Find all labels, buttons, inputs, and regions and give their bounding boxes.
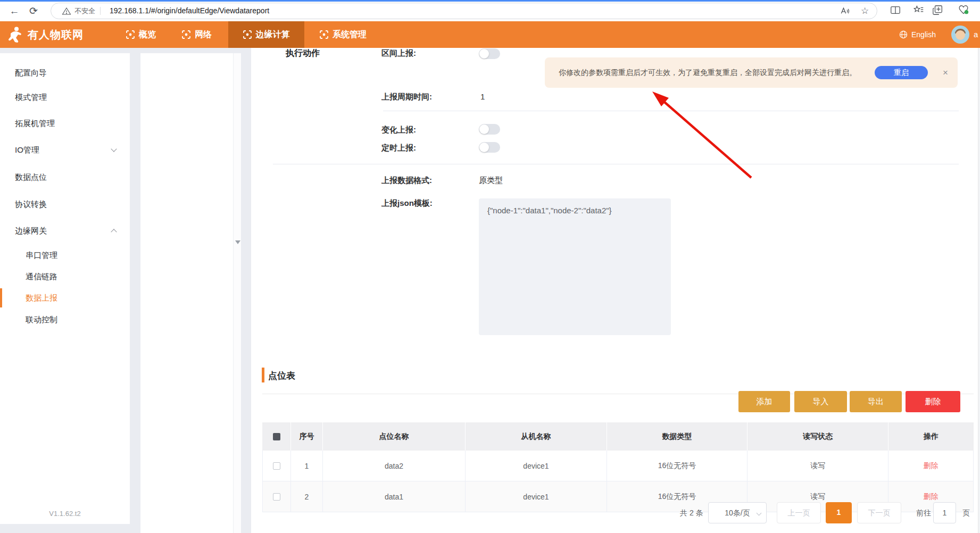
select-all-cell (262, 422, 291, 451)
next-page-button[interactable]: 下一页 (857, 502, 901, 523)
goto-page-input[interactable]: 1 (933, 502, 956, 523)
cell-point-name: data2 (323, 451, 466, 481)
tab-label: 系统管理 (333, 29, 367, 40)
table-row: 1 data2 device1 16位无符号 读写 删除 (262, 451, 974, 481)
globe-icon (899, 30, 908, 39)
address-divider (100, 7, 101, 15)
select-all-checkbox[interactable] (273, 433, 280, 440)
timed-report-toggle[interactable] (479, 142, 500, 153)
avatar-face (956, 30, 965, 40)
browser-toolbar: ← ⟳ 不安全 192.168.1.1/#/origin/defaultEdge… (0, 0, 980, 21)
cell-point-name: data1 (323, 481, 466, 512)
interval-report-label: 区间上报: (381, 48, 416, 59)
tab-overview[interactable]: 概览 (114, 21, 168, 48)
import-button[interactable]: 导入 (794, 391, 847, 412)
page-scrollbar[interactable] (978, 48, 980, 533)
json-template-textarea[interactable]: {"node-1":"data1","node-2":"data2"} (479, 198, 671, 335)
browser-refresh-icon[interactable]: ⟳ (26, 2, 41, 20)
browser-essentials-icon[interactable] (958, 4, 969, 16)
sidebar-item-data-report[interactable]: 数据上报 (26, 293, 57, 303)
brand-logo[interactable]: 有人物联网 (7, 21, 84, 48)
delete-button[interactable]: 删除 (906, 391, 960, 412)
browser-back-icon[interactable]: ← (6, 2, 22, 20)
language-switcher[interactable]: English (899, 21, 936, 48)
restart-notice-message: 你修改的参数项需重启后才可生效，为了避免重复重启，全部设置完成后对网关进行重启。 (559, 68, 857, 78)
change-report-toggle[interactable] (479, 124, 500, 135)
tab-network[interactable]: 网络 (170, 21, 223, 48)
row-delete-link[interactable]: 删除 (924, 461, 939, 471)
row-checkbox[interactable] (273, 462, 280, 470)
change-report-label: 变化上报: (381, 125, 416, 135)
read-aloud-icon[interactable] (840, 6, 850, 16)
cell-action: 删除 (888, 451, 974, 481)
usr-mascot-icon (7, 26, 23, 43)
points-table: 序号 点位名称 从机名称 数据类型 读写状态 操作 1 data2 device… (262, 422, 974, 512)
page-size-select[interactable]: 10条/页 (708, 502, 767, 523)
chevron-down-icon (757, 511, 762, 516)
tab-system-management[interactable]: 系统管理 (309, 21, 378, 48)
interval-report-toggle[interactable] (479, 48, 500, 59)
timed-report-label: 定时上报: (381, 143, 416, 153)
chevron-up-icon[interactable] (111, 229, 117, 235)
prev-page-button[interactable]: 上一页 (777, 502, 821, 523)
sidebar-item-io-management[interactable]: IO管理 (15, 145, 39, 155)
goto-unit-label: 页 (962, 502, 970, 523)
page-size-value: 10条/页 (725, 509, 750, 517)
table-header-row: 序号 点位名称 从机名称 数据类型 读写状态 操作 (262, 422, 974, 451)
close-icon[interactable]: × (943, 68, 948, 77)
col-data-type: 数据类型 (607, 422, 748, 451)
secondary-panel (140, 53, 241, 533)
add-button[interactable]: 添加 (738, 391, 790, 412)
row-delete-link[interactable]: 删除 (924, 492, 939, 502)
current-page-button[interactable]: 1 (826, 502, 852, 523)
goto-label: 前往 (916, 502, 931, 523)
col-point-name: 点位名称 (323, 422, 466, 451)
sidebar-item-linkage-control[interactable]: 联动控制 (26, 314, 57, 325)
row-checkbox[interactable] (273, 493, 280, 501)
sidebar-item-config-wizard[interactable]: 配置向导 (15, 68, 47, 78)
url-text[interactable]: 192.168.1.1/#/origin/defaultEdge/Viewdat… (110, 3, 269, 19)
restart-notice-banner: 你修改的参数项需重启后才可生效，为了避免重复重启，全部设置完成后对网关进行重启。… (545, 57, 958, 88)
user-avatar[interactable] (951, 26, 969, 44)
col-index: 序号 (291, 422, 323, 451)
tab-edge-computing[interactable]: 边缘计算 (228, 21, 304, 48)
bracket-dot-icon (243, 30, 252, 39)
form-divider (273, 164, 959, 164)
bracket-dot-icon (182, 30, 190, 39)
tab-label: 概览 (139, 29, 156, 40)
sidebar: 配置向导 模式管理 拓展机管理 IO管理 数据点位 协议转换 边缘网关 串口管理… (0, 53, 130, 524)
row-select-cell (262, 481, 291, 512)
brand-name: 有人物联网 (28, 28, 84, 42)
scroll-caret-icon[interactable] (235, 240, 240, 244)
sidebar-item-protocol-conversion[interactable]: 协议转换 (15, 199, 47, 210)
restart-button[interactable]: 重启 (875, 66, 928, 79)
chevron-down-icon[interactable] (111, 146, 117, 152)
cell-action: 删除 (888, 481, 974, 512)
sidebar-item-edge-gateway[interactable]: 边缘网关 (15, 226, 47, 236)
sidebar-item-mode-management[interactable]: 模式管理 (15, 92, 47, 103)
split-screen-icon[interactable] (890, 4, 901, 16)
section-title-exec-action: 执行动作 (286, 48, 320, 59)
collections-icon[interactable] (932, 4, 944, 16)
sidebar-item-expansion-management[interactable]: 拓展机管理 (15, 118, 55, 129)
address-bar[interactable]: 不安全 192.168.1.1/#/origin/defaultEdge/Vie… (51, 3, 877, 19)
row-select-cell (262, 451, 291, 481)
form-divider (383, 111, 959, 111)
export-button[interactable]: 导出 (850, 391, 902, 412)
data-format-value: 原类型 (479, 176, 503, 186)
firmware-version: V1.1.62.t2 (0, 510, 130, 518)
sidebar-item-serial-management[interactable]: 串口管理 (26, 250, 57, 261)
favorites-hub-icon[interactable] (913, 4, 925, 16)
sidebar-item-data-points[interactable]: 数据点位 (15, 172, 47, 182)
favorite-star-icon[interactable]: ☆ (861, 5, 869, 16)
panel-scrollbar[interactable] (233, 53, 241, 533)
active-item-indicator (0, 288, 2, 307)
language-label: English (911, 30, 936, 39)
sidebar-item-communication-link[interactable]: 通信链路 (26, 271, 57, 282)
json-template-label: 上报json模板: (381, 198, 433, 209)
screen: ← ⟳ 不安全 192.168.1.1/#/origin/defaultEdge… (0, 0, 980, 533)
username-clipped: a (974, 30, 978, 39)
cell-data-type: 16位无符号 (607, 451, 748, 481)
security-label: 不安全 (74, 3, 95, 19)
tab-label: 边缘计算 (256, 29, 290, 40)
